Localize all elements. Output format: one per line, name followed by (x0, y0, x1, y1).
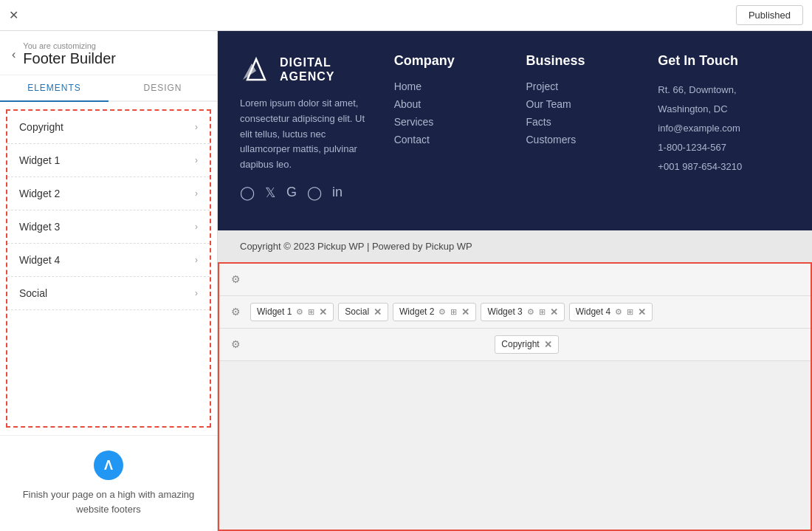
element-social-label: Social (19, 287, 47, 299)
sidebar-footer-text: Finish your page on a high with amazing … (12, 487, 205, 516)
logo-text: DIGITALAGENCY (280, 55, 334, 83)
widget3-settings-icon[interactable]: ⚙ (527, 307, 534, 317)
element-widget1[interactable]: Widget 1 › (7, 144, 210, 177)
link-home[interactable]: Home (394, 80, 504, 92)
link-customers[interactable]: Customers (526, 134, 636, 145)
element-social[interactable]: Social › (7, 277, 210, 310)
published-button[interactable]: Published (736, 5, 803, 25)
contact-title: Get In Touch (658, 53, 790, 69)
chevron-right-icon: › (195, 188, 198, 199)
row2-gear-icon[interactable]: ⚙ (227, 303, 244, 321)
company-links: Home About Services Contact (394, 80, 504, 145)
widget1-grid-icon[interactable]: ⊞ (308, 307, 314, 317)
row3-gear-icon[interactable]: ⚙ (227, 335, 244, 353)
builder-row-2: ⚙ Widget 1 ⚙ ⊞ ✕ Social ✕ Widget 2 ⚙ (219, 296, 811, 329)
contact-info: Rt. 66, Downtown, Washington, DC info@ex… (658, 80, 790, 177)
contact-address1: Rt. 66, Downtown, (658, 80, 790, 100)
sidebar-title-block: You are customizing Footer Builder (23, 41, 116, 67)
widget2-settings-icon[interactable]: ⚙ (438, 307, 446, 317)
linkedin-icon[interactable]: in (332, 185, 343, 201)
widget-tag-widget3: Widget 3 ⚙ ⊞ ✕ (481, 303, 564, 321)
chevron-right-icon: › (195, 288, 198, 298)
element-widget2[interactable]: Widget 2 › (7, 177, 210, 210)
element-copyright-label: Copyright (19, 121, 63, 133)
widget1-settings-icon[interactable]: ⚙ (296, 307, 303, 317)
tab-design[interactable]: DESIGN (109, 75, 217, 100)
chevron-right-icon: › (195, 155, 198, 165)
footer-col-contact: Get In Touch Rt. 66, Downtown, Washingto… (658, 53, 790, 201)
widget3-grid-icon[interactable]: ⊞ (539, 307, 546, 317)
sidebar-tabs: ELEMENTS DESIGN (0, 75, 217, 102)
chevron-right-icon: › (195, 255, 198, 265)
sidebar-footer: Λ Finish your page on a high with amazin… (0, 435, 217, 531)
google-icon[interactable]: G (286, 185, 297, 201)
link-facts[interactable]: Facts (526, 116, 636, 128)
copyright-bar: Copyright © 2023 Pickup WP | Powered by … (218, 230, 812, 262)
company-title: Company (394, 53, 504, 69)
chevron-right-icon: › (195, 122, 198, 132)
back-button[interactable]: ‹ (12, 48, 16, 61)
link-contact[interactable]: Contact (394, 134, 504, 145)
row3-content: Copyright ✕ (244, 335, 803, 354)
widget3-close-icon[interactable]: ✕ (550, 306, 558, 318)
footer-top: DIGITALAGENCY Lorem ipsum dolor sit amet… (240, 53, 790, 201)
link-project[interactable]: Project (526, 80, 636, 92)
builder-area: ⚙ ⚙ Widget 1 ⚙ ⊞ ✕ Social ✕ (218, 262, 812, 531)
social-close-icon[interactable]: ✕ (374, 306, 382, 318)
widget1-label: Widget 1 (257, 306, 292, 317)
element-widget4[interactable]: Widget 4 › (7, 244, 210, 277)
close-button[interactable]: ✕ (9, 8, 18, 22)
builder-row-1: ⚙ (219, 264, 811, 296)
footer-description: Lorem ipsum dolor sit amet, consectetur … (240, 96, 372, 173)
footer-col-business: Business Project Our Team Facts Customer… (526, 53, 636, 201)
chevron-right-icon: › (195, 222, 198, 232)
contact-phone2: +001 987-654-3210 (658, 157, 790, 177)
contact-email: info@example.com (658, 119, 790, 138)
link-ourteam[interactable]: Our Team (526, 98, 636, 110)
element-widget3-label: Widget 3 (19, 221, 60, 233)
widget4-settings-icon[interactable]: ⚙ (615, 307, 622, 317)
widget4-grid-icon[interactable]: ⊞ (627, 307, 633, 317)
widget2-close-icon[interactable]: ✕ (461, 306, 469, 318)
widget-tag-widget4: Widget 4 ⚙ ⊞ ✕ (569, 303, 653, 321)
element-widget4-label: Widget 4 (19, 254, 60, 266)
content-area: DIGITALAGENCY Lorem ipsum dolor sit amet… (218, 31, 812, 531)
footer-col-logo: DIGITALAGENCY Lorem ipsum dolor sit amet… (240, 53, 372, 201)
twitter-icon[interactable]: 𝕏 (265, 185, 276, 201)
contact-address2: Washington, DC (658, 100, 790, 119)
social-label: Social (345, 306, 369, 317)
widget1-close-icon[interactable]: ✕ (319, 306, 327, 318)
element-widget1-label: Widget 1 (19, 154, 60, 166)
widget-tag-widget2: Widget 2 ⚙ ⊞ ✕ (393, 303, 476, 321)
widget-tag-social: Social ✕ (338, 303, 388, 321)
widget3-label: Widget 3 (487, 306, 522, 317)
widget2-label: Widget 2 (399, 306, 434, 317)
row2-content: Widget 1 ⚙ ⊞ ✕ Social ✕ Widget 2 ⚙ ⊞ ✕ (244, 303, 803, 321)
facebook-icon[interactable]: ◯ (240, 185, 255, 201)
main-layout: ‹ You are customizing Footer Builder ELE… (0, 31, 812, 531)
sidebar-header: ‹ You are customizing Footer Builder (0, 31, 217, 75)
sidebar: ‹ You are customizing Footer Builder ELE… (0, 31, 218, 531)
link-about[interactable]: About (394, 98, 504, 110)
footer-social: ◯ 𝕏 G ◯ in (240, 185, 372, 201)
business-links: Project Our Team Facts Customers (526, 80, 636, 145)
copyright-close-icon[interactable]: ✕ (544, 339, 552, 350)
widget4-close-icon[interactable]: ✕ (638, 306, 646, 318)
element-widget2-label: Widget 2 (19, 188, 60, 199)
logo-icon (240, 53, 272, 86)
widget2-grid-icon[interactable]: ⊞ (450, 307, 457, 317)
builder-row-3: ⚙ Copyright ✕ (219, 329, 811, 361)
instagram-icon[interactable]: ◯ (307, 185, 322, 201)
widget-tag-copyright: Copyright ✕ (495, 335, 558, 354)
copyright-tag-label: Copyright (501, 339, 539, 349)
link-services[interactable]: Services (394, 116, 504, 128)
elements-list: Copyright › Widget 1 › Widget 2 › Widget… (6, 109, 211, 428)
widget4-label: Widget 4 (576, 306, 610, 317)
row1-gear-icon[interactable]: ⚙ (227, 270, 244, 288)
sidebar-title-sub: You are customizing (23, 41, 116, 50)
footer-preview: DIGITALAGENCY Lorem ipsum dolor sit amet… (218, 31, 812, 230)
element-widget3[interactable]: Widget 3 › (7, 210, 210, 244)
tab-elements[interactable]: ELEMENTS (0, 75, 109, 102)
business-title: Business (526, 53, 636, 69)
element-copyright[interactable]: Copyright › (7, 111, 210, 144)
